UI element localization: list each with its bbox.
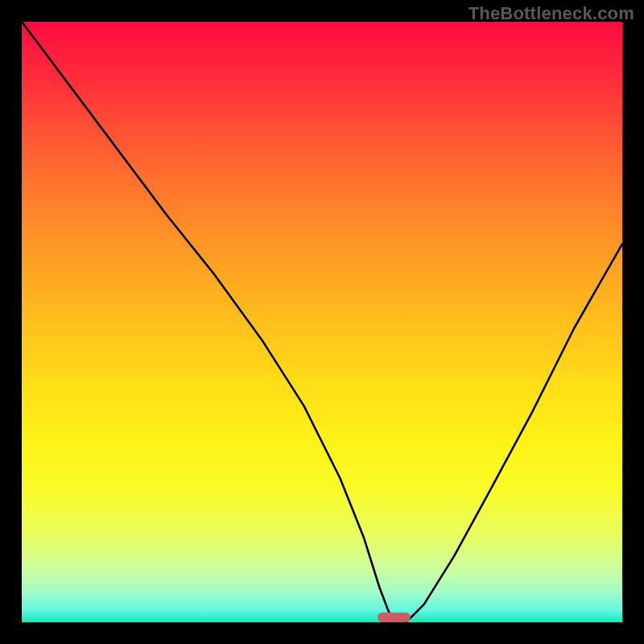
optimal-marker — [378, 613, 411, 622]
plot-area — [22, 22, 622, 622]
chart-frame: TheBottleneck.com — [0, 0, 644, 644]
watermark-text: TheBottleneck.com — [469, 3, 634, 24]
bottleneck-curve — [22, 22, 622, 622]
